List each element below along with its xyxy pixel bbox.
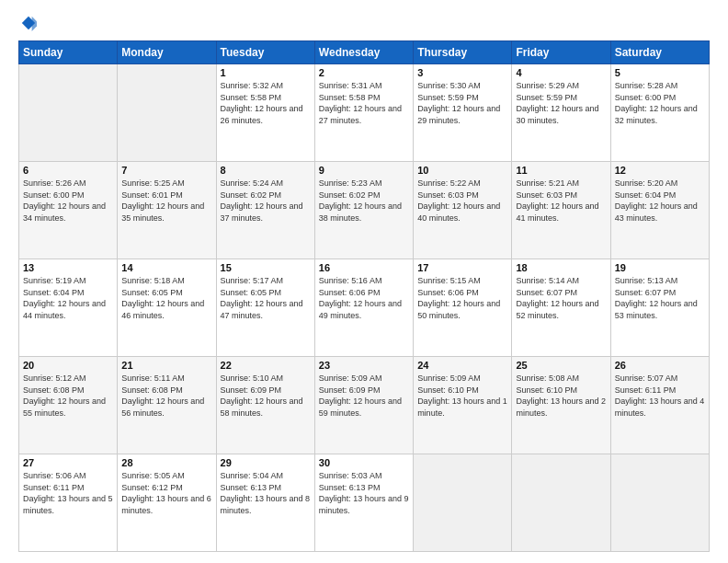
calendar-cell: 17Sunrise: 5:15 AMSunset: 6:06 PMDayligh… — [414, 259, 512, 357]
day-number: 6 — [23, 165, 113, 176]
calendar-cell — [610, 454, 709, 552]
day-number: 24 — [417, 360, 507, 371]
logo-icon — [20, 15, 37, 31]
day-number: 1 — [221, 67, 311, 78]
day-number: 4 — [516, 67, 606, 78]
calendar-cell — [19, 64, 118, 162]
calendar-cell: 23Sunrise: 5:09 AMSunset: 6:09 PMDayligh… — [314, 357, 413, 454]
calendar-week-3: 13Sunrise: 5:19 AMSunset: 6:04 PMDayligh… — [19, 259, 710, 357]
weekday-header-row: SundayMondayTuesdayWednesdayThursdayFrid… — [19, 41, 710, 64]
day-info: Sunrise: 5:16 AMSunset: 6:06 PMDaylight:… — [319, 275, 409, 321]
calendar-cell: 9Sunrise: 5:23 AMSunset: 6:02 PMDaylight… — [314, 162, 413, 259]
day-info: Sunrise: 5:05 AMSunset: 6:12 PMDaylight:… — [121, 470, 211, 516]
weekday-header-wednesday: Wednesday — [314, 41, 413, 64]
day-number: 11 — [516, 165, 606, 176]
weekday-header-tuesday: Tuesday — [216, 41, 314, 64]
day-info: Sunrise: 5:23 AMSunset: 6:02 PMDaylight:… — [319, 178, 409, 224]
calendar-cell: 18Sunrise: 5:14 AMSunset: 6:07 PMDayligh… — [512, 259, 610, 357]
day-info: Sunrise: 5:11 AMSunset: 6:08 PMDaylight:… — [121, 373, 211, 419]
day-info: Sunrise: 5:28 AMSunset: 6:00 PMDaylight:… — [615, 80, 705, 126]
day-number: 3 — [417, 67, 507, 78]
day-number: 21 — [121, 360, 211, 371]
calendar-cell: 6Sunrise: 5:26 AMSunset: 6:00 PMDaylight… — [19, 162, 118, 259]
calendar-week-1: 1Sunrise: 5:32 AMSunset: 5:58 PMDaylight… — [19, 64, 710, 162]
day-info: Sunrise: 5:06 AMSunset: 6:11 PMDaylight:… — [23, 470, 113, 516]
day-info: Sunrise: 5:04 AMSunset: 6:13 PMDaylight:… — [221, 470, 311, 516]
calendar-cell: 24Sunrise: 5:09 AMSunset: 6:10 PMDayligh… — [414, 357, 512, 454]
day-number: 17 — [417, 262, 507, 273]
weekday-header-sunday: Sunday — [19, 41, 118, 64]
day-number: 16 — [319, 262, 409, 273]
calendar-cell: 13Sunrise: 5:19 AMSunset: 6:04 PMDayligh… — [19, 259, 118, 357]
day-info: Sunrise: 5:09 AMSunset: 6:10 PMDaylight:… — [417, 373, 507, 419]
day-info: Sunrise: 5:26 AMSunset: 6:00 PMDaylight:… — [23, 178, 113, 224]
day-number: 25 — [516, 360, 606, 371]
day-info: Sunrise: 5:07 AMSunset: 6:11 PMDaylight:… — [615, 373, 705, 419]
calendar-cell: 8Sunrise: 5:24 AMSunset: 6:02 PMDaylight… — [216, 162, 314, 259]
header — [18, 15, 710, 31]
day-number: 28 — [121, 457, 211, 468]
day-number: 8 — [221, 165, 311, 176]
calendar-week-4: 20Sunrise: 5:12 AMSunset: 6:08 PMDayligh… — [19, 357, 710, 454]
day-number: 12 — [615, 165, 705, 176]
day-number: 10 — [417, 165, 507, 176]
calendar: SundayMondayTuesdayWednesdayThursdayFrid… — [18, 40, 710, 552]
calendar-table: SundayMondayTuesdayWednesdayThursdayFrid… — [18, 40, 710, 552]
day-number: 5 — [615, 67, 705, 78]
day-info: Sunrise: 5:18 AMSunset: 6:05 PMDaylight:… — [121, 275, 211, 321]
day-number: 2 — [319, 67, 409, 78]
calendar-cell: 19Sunrise: 5:13 AMSunset: 6:07 PMDayligh… — [610, 259, 709, 357]
calendar-cell — [118, 64, 216, 162]
page: SundayMondayTuesdayWednesdayThursdayFrid… — [0, 0, 728, 563]
day-info: Sunrise: 5:29 AMSunset: 5:59 PMDaylight:… — [516, 80, 606, 126]
day-info: Sunrise: 5:31 AMSunset: 5:58 PMDaylight:… — [319, 80, 409, 126]
calendar-cell: 2Sunrise: 5:31 AMSunset: 5:58 PMDaylight… — [314, 64, 413, 162]
weekday-header-friday: Friday — [512, 41, 610, 64]
calendar-cell: 1Sunrise: 5:32 AMSunset: 5:58 PMDaylight… — [216, 64, 314, 162]
calendar-cell: 15Sunrise: 5:17 AMSunset: 6:05 PMDayligh… — [216, 259, 314, 357]
day-info: Sunrise: 5:25 AMSunset: 6:01 PMDaylight:… — [121, 178, 211, 224]
calendar-cell: 4Sunrise: 5:29 AMSunset: 5:59 PMDaylight… — [512, 64, 610, 162]
day-info: Sunrise: 5:22 AMSunset: 6:03 PMDaylight:… — [417, 178, 507, 224]
day-number: 13 — [23, 262, 113, 273]
calendar-week-5: 27Sunrise: 5:06 AMSunset: 6:11 PMDayligh… — [19, 454, 710, 552]
day-info: Sunrise: 5:08 AMSunset: 6:10 PMDaylight:… — [516, 373, 606, 419]
svg-marker-1 — [32, 17, 37, 31]
day-info: Sunrise: 5:24 AMSunset: 6:02 PMDaylight:… — [221, 178, 311, 224]
calendar-cell: 20Sunrise: 5:12 AMSunset: 6:08 PMDayligh… — [19, 357, 118, 454]
calendar-cell: 28Sunrise: 5:05 AMSunset: 6:12 PMDayligh… — [118, 454, 216, 552]
weekday-header-monday: Monday — [118, 41, 216, 64]
day-number: 14 — [121, 262, 211, 273]
day-info: Sunrise: 5:03 AMSunset: 6:13 PMDaylight:… — [319, 470, 409, 516]
day-number: 22 — [221, 360, 311, 371]
day-number: 18 — [516, 262, 606, 273]
day-info: Sunrise: 5:14 AMSunset: 6:07 PMDaylight:… — [516, 275, 606, 321]
weekday-header-saturday: Saturday — [610, 41, 709, 64]
day-number: 27 — [23, 457, 113, 468]
weekday-header-thursday: Thursday — [414, 41, 512, 64]
calendar-cell: 16Sunrise: 5:16 AMSunset: 6:06 PMDayligh… — [314, 259, 413, 357]
calendar-cell: 12Sunrise: 5:20 AMSunset: 6:04 PMDayligh… — [610, 162, 709, 259]
day-info: Sunrise: 5:13 AMSunset: 6:07 PMDaylight:… — [615, 275, 705, 321]
day-info: Sunrise: 5:17 AMSunset: 6:05 PMDaylight:… — [221, 275, 311, 321]
day-number: 19 — [615, 262, 705, 273]
calendar-cell: 3Sunrise: 5:30 AMSunset: 5:59 PMDaylight… — [414, 64, 512, 162]
day-number: 7 — [121, 165, 211, 176]
day-number: 29 — [221, 457, 311, 468]
day-info: Sunrise: 5:10 AMSunset: 6:09 PMDaylight:… — [221, 373, 311, 419]
logo — [18, 15, 37, 31]
day-info: Sunrise: 5:32 AMSunset: 5:58 PMDaylight:… — [221, 80, 311, 126]
day-info: Sunrise: 5:21 AMSunset: 6:03 PMDaylight:… — [516, 178, 606, 224]
calendar-cell: 7Sunrise: 5:25 AMSunset: 6:01 PMDaylight… — [118, 162, 216, 259]
calendar-week-2: 6Sunrise: 5:26 AMSunset: 6:00 PMDaylight… — [19, 162, 710, 259]
day-number: 26 — [615, 360, 705, 371]
day-info: Sunrise: 5:12 AMSunset: 6:08 PMDaylight:… — [23, 373, 113, 419]
calendar-cell: 29Sunrise: 5:04 AMSunset: 6:13 PMDayligh… — [216, 454, 314, 552]
calendar-cell — [414, 454, 512, 552]
calendar-cell: 25Sunrise: 5:08 AMSunset: 6:10 PMDayligh… — [512, 357, 610, 454]
calendar-cell: 14Sunrise: 5:18 AMSunset: 6:05 PMDayligh… — [118, 259, 216, 357]
calendar-cell: 30Sunrise: 5:03 AMSunset: 6:13 PMDayligh… — [314, 454, 413, 552]
day-number: 30 — [319, 457, 409, 468]
day-info: Sunrise: 5:20 AMSunset: 6:04 PMDaylight:… — [615, 178, 705, 224]
calendar-cell: 27Sunrise: 5:06 AMSunset: 6:11 PMDayligh… — [19, 454, 118, 552]
